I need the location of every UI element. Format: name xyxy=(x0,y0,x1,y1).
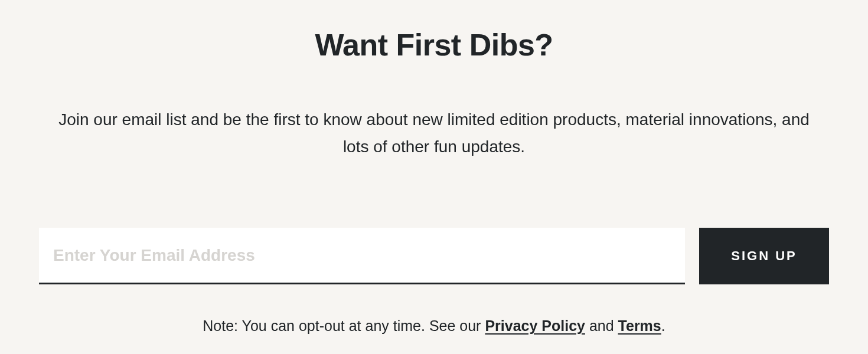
note-prefix: Note: You can opt-out at any time. See o… xyxy=(203,317,485,334)
privacy-policy-link[interactable]: Privacy Policy xyxy=(485,317,585,334)
email-field[interactable] xyxy=(39,228,685,284)
signup-description: Join our email list and be the first to … xyxy=(21,106,847,160)
signup-note: Note: You can opt-out at any time. See o… xyxy=(203,317,665,335)
signup-heading: Want First Dibs? xyxy=(315,27,553,63)
note-suffix: . xyxy=(661,317,665,334)
note-connector: and xyxy=(585,317,618,334)
signup-form: SIGN UP xyxy=(39,228,829,284)
terms-link[interactable]: Terms xyxy=(618,317,661,334)
signup-button[interactable]: SIGN UP xyxy=(699,228,829,284)
